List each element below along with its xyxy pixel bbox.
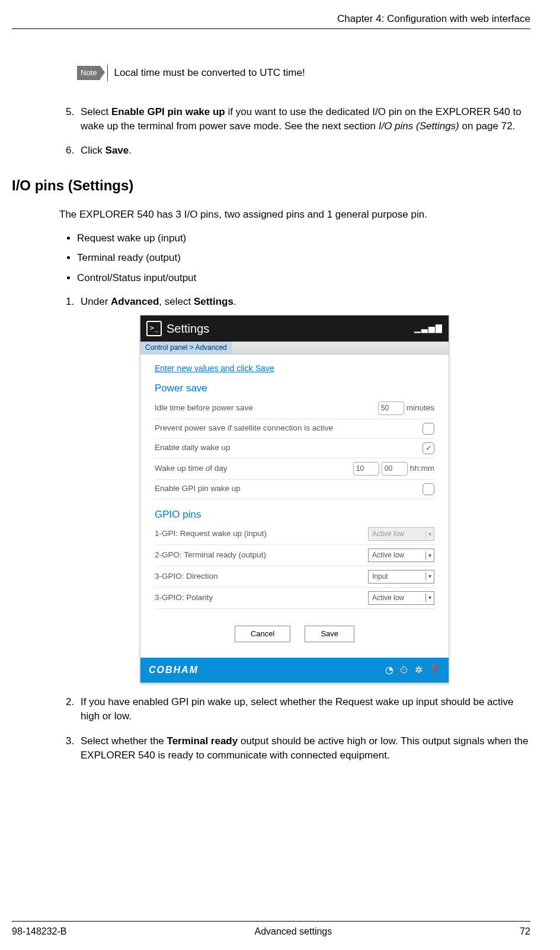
note-divider — [107, 65, 108, 81]
step-5: Select Enable GPI pin wake up if you wan… — [77, 105, 530, 133]
gpio-row-4: 3-GPIO: Polarity Active low ▾ — [155, 588, 434, 609]
gpio-row-3: 3-GPIO: Direction Input ▾ — [155, 566, 434, 588]
intro-text: The EXPLORER 540 has 3 I/O pins, two ass… — [59, 208, 530, 222]
list-item: Control/Status input/output — [77, 271, 530, 285]
gauge-icon[interactable]: ⏲ — [399, 664, 409, 677]
chevron-down-icon[interactable]: ▾ — [425, 551, 434, 560]
signal-icon: ▁▃▅▇ — [414, 323, 443, 334]
list-item: Terminal ready (output) — [77, 251, 530, 265]
step-6: Click Save. — [77, 144, 530, 158]
pie-icon[interactable]: ◔ — [385, 664, 393, 677]
prevent-checkbox[interactable] — [423, 423, 434, 435]
idle-time-row: Idle time before power save 50 minutes — [155, 398, 434, 419]
direction-select[interactable]: Input ▾ — [368, 570, 434, 584]
prevent-powersave-row: Prevent power save if satellite connecti… — [155, 419, 434, 439]
polarity-select[interactable]: Active low ▾ — [368, 591, 434, 605]
chapter-header: Chapter 4: Configuration with web interf… — [12, 12, 530, 29]
ui-titlebar: >_ Settings ▁▃▅▇ — [140, 315, 449, 342]
step-3: Select whether the Terminal ready output… — [77, 734, 530, 763]
note-text: Local time must be converted to UTC time… — [114, 66, 305, 80]
brand-logo: COBHAM — [149, 664, 199, 677]
save-button[interactable]: Save — [305, 626, 354, 642]
daily-wakeup-row: Enable daily wake up ✓ — [155, 439, 434, 458]
step-1: Under Advanced, select Settings. >_ Sett… — [77, 295, 530, 683]
idle-unit: minutes — [407, 403, 434, 414]
ui-footer: COBHAM ◔ ⏲ ✲ ❓ — [140, 658, 449, 683]
page-number: 72 — [520, 925, 530, 938]
footer-title: Advanced settings — [254, 925, 332, 938]
help-icon[interactable]: ❓ — [428, 664, 440, 677]
section-heading: I/O pins (Settings) — [12, 176, 530, 196]
gear-icon[interactable]: ✲ — [415, 664, 423, 677]
chevron-down-icon: ▾ — [425, 530, 434, 538]
gpi-checkbox[interactable] — [423, 483, 434, 495]
page-footer: 98-148232-B Advanced settings 72 — [12, 921, 530, 938]
breadcrumb: Control panel > Advanced — [140, 342, 232, 354]
gpi-select: Active low ▾ — [368, 527, 434, 541]
note-tag: Note — [77, 66, 100, 80]
wake-hh-input[interactable]: 10 — [353, 462, 379, 476]
hint-text: Enter new values and click Save — [155, 363, 434, 375]
daily-checkbox[interactable]: ✓ — [423, 442, 434, 454]
doc-number: 98-148232-B — [12, 925, 67, 938]
gpi-wakeup-row: Enable GPI pin wake up — [155, 480, 434, 499]
gpio-title: GPIO pins — [155, 508, 434, 522]
gpo-select[interactable]: Active low ▾ — [368, 549, 434, 562]
chevron-down-icon[interactable]: ▾ — [425, 594, 434, 602]
note-block: Note Local time must be converted to UTC… — [77, 65, 530, 81]
gpio-row-2: 2-GPO: Terminal ready (output) Active lo… — [155, 545, 434, 566]
cancel-button[interactable]: Cancel — [235, 626, 290, 642]
settings-screenshot: >_ Settings ▁▃▅▇ Control panel > Advance… — [140, 315, 449, 683]
ui-title: Settings — [167, 320, 209, 337]
wakeup-time-row: Wake up time of day 10 00 hh:mm — [155, 458, 434, 480]
chevron-down-icon[interactable]: ▾ — [425, 572, 434, 581]
terminal-icon: >_ — [146, 321, 162, 336]
gpio-row-1: 1-GPI: Request wake up (input) Active lo… — [155, 524, 434, 545]
wake-mm-input[interactable]: 00 — [382, 462, 408, 476]
idle-time-input[interactable]: 50 — [378, 401, 404, 415]
list-item: Request wake up (input) — [77, 231, 530, 246]
step-2: If you have enabled GPI pin wake up, sel… — [77, 695, 530, 723]
wake-unit: hh:mm — [410, 463, 434, 474]
powersave-title: Power save — [155, 381, 434, 396]
